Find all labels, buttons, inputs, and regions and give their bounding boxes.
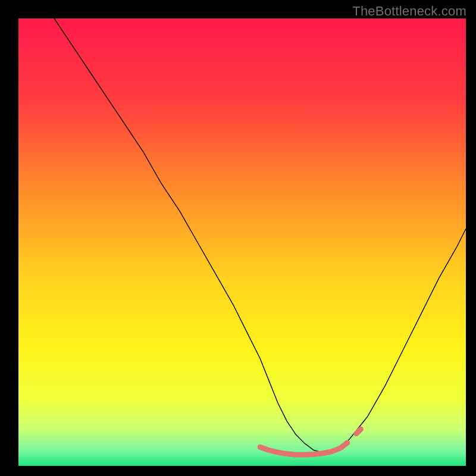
watermark-text: TheBottleneck.com: [352, 4, 466, 19]
series-curve: [54, 18, 466, 452]
chart-svg: [18, 18, 466, 466]
series-flat-highlight-dot: [356, 429, 361, 434]
outer-frame: TheBottleneck.com: [0, 0, 476, 476]
series-flat-highlight: [260, 443, 347, 455]
plot-area: [18, 18, 466, 466]
